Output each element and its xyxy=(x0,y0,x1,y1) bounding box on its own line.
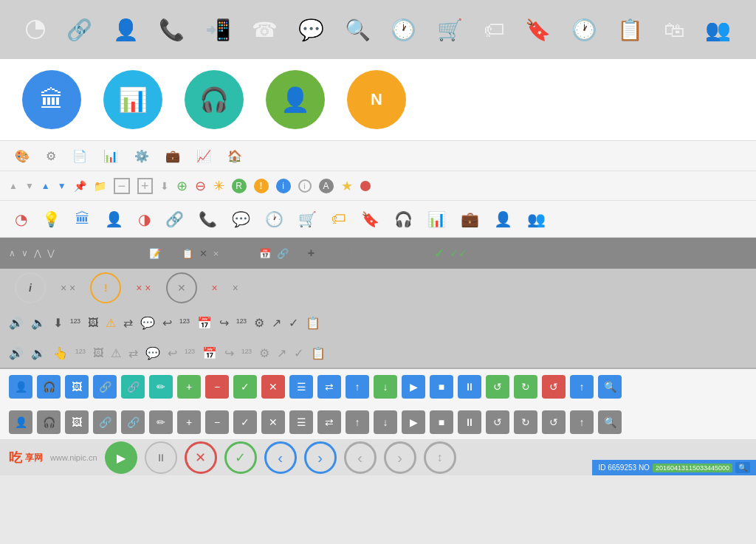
edit-btn-gray[interactable]: ✏ xyxy=(149,410,173,434)
next-btn[interactable]: › xyxy=(304,441,337,474)
tt-text-icon: IT xyxy=(369,247,378,259)
arrow-up-blue-icon: ▲ xyxy=(41,181,50,191)
updown-btn[interactable]: ↕ xyxy=(424,441,456,474)
refresh-btn-gray[interactable]: ↺ xyxy=(486,410,509,434)
user-circle-btn[interactable]: 👤 xyxy=(266,70,325,129)
chain-link-icon: 🔗 xyxy=(277,248,289,259)
rotate-btn-gray[interactable]: ↺ xyxy=(542,410,566,434)
user-colored-icon: 👤 xyxy=(105,210,123,228)
user-n-circle-btn[interactable]: N xyxy=(347,70,406,129)
refresh-btn-green[interactable]: ↺ xyxy=(486,375,509,399)
pie-chart-icon xyxy=(25,19,46,40)
phone-outgoing-icon: ☎ xyxy=(252,18,278,42)
cart-report-icon: 📋 xyxy=(617,18,643,42)
pause-btn-gray[interactable]: ⏸ xyxy=(458,410,481,434)
minus-btn-gray[interactable]: − xyxy=(205,410,229,434)
numbers5-gray-icon: ¹²³ xyxy=(241,347,252,359)
rotate-btn-red[interactable]: ↺ xyxy=(542,375,566,399)
arrow-down-blue-icon: ▼ xyxy=(58,181,66,191)
calendar-icon: 📅 xyxy=(259,248,271,259)
next-gray-btn[interactable]: › xyxy=(384,441,416,474)
history-icon: 🕐 xyxy=(571,18,597,42)
logo-text: 享网 xyxy=(25,452,43,464)
chart-circle-btn[interactable]: 📊 xyxy=(103,70,162,129)
x-circle-btn[interactable]: ✕ xyxy=(185,441,217,474)
x-red2-icon: × xyxy=(212,282,218,294)
refresh2-btn-gray[interactable]: ↻ xyxy=(514,410,537,434)
plus-btn-green[interactable]: + xyxy=(177,375,201,399)
stop-btn-blue[interactable]: ■ xyxy=(430,375,453,399)
colored-icons-row: ◔ 💡 🏛 👤 ◑ 🔗 📞 💬 🕐 🛒 🏷 🔖 🎧 📊 💼 👤 👥 xyxy=(0,201,756,238)
transfer-btn-gray[interactable]: ⇄ xyxy=(317,410,341,434)
x-btn-red[interactable]: ✕ xyxy=(261,375,285,399)
headset-btn-gray[interactable]: 🎧 xyxy=(37,410,61,434)
zoom-btn-blue[interactable]: 🔍 xyxy=(598,375,622,399)
image-gray-icon: 🖼 xyxy=(93,347,103,359)
up-btn-blue[interactable]: ↑ xyxy=(346,375,369,399)
minus-box-icon: − xyxy=(114,178,131,194)
chevron-down-icon: ∨ xyxy=(21,248,28,258)
redo-icon: ↪ xyxy=(219,316,229,330)
info-text: i xyxy=(29,282,32,294)
pause-btn-blue[interactable]: ⏸ xyxy=(458,375,481,399)
pie-chart-colored-icon: ◔ xyxy=(15,210,27,228)
clock-search-icon: 🔍 xyxy=(345,18,371,42)
id-search-icon[interactable]: 🔍 xyxy=(735,462,750,473)
copy-icon: 📋 xyxy=(306,316,320,330)
transfer-btn-blue[interactable]: ⇄ xyxy=(317,375,341,399)
user-btn-blue[interactable]: 👤 xyxy=(9,375,32,399)
x-btn-gray[interactable]: ✕ xyxy=(261,410,285,434)
info-blue-icon: i xyxy=(276,179,291,193)
play-circle-btn[interactable]: ▶ xyxy=(105,441,137,474)
play-btn-gray[interactable]: ▶ xyxy=(402,410,425,434)
list-btn-gray[interactable]: ☰ xyxy=(289,410,313,434)
link2-btn-teal[interactable]: 🔗 xyxy=(121,375,145,399)
stop-btn-gray[interactable]: ■ xyxy=(430,410,453,434)
prev-btn[interactable]: ‹ xyxy=(264,441,297,474)
check-circle-btn[interactable]: ✓ xyxy=(224,441,257,474)
headset-circle-btn[interactable]: 🎧 xyxy=(185,70,244,129)
warning-circle-outline: ! xyxy=(90,272,121,303)
zoom-btn-gray[interactable]: 🔍 xyxy=(598,410,622,434)
pencil-icon: ✏ xyxy=(121,248,129,259)
play-btn-blue[interactable]: ▶ xyxy=(402,375,425,399)
info-outline-icon: i xyxy=(298,179,312,193)
refresh2-btn-green[interactable]: ↻ xyxy=(514,375,537,399)
plus-btn-gray[interactable]: + xyxy=(177,410,201,434)
down-btn-green[interactable]: ↓ xyxy=(374,375,397,399)
up-btn-gray[interactable]: ↑ xyxy=(346,410,369,434)
prev-gray-btn[interactable]: ‹ xyxy=(344,441,377,474)
volume-icon: 🔊 xyxy=(9,316,24,330)
users-colored-icon: 👥 xyxy=(527,210,546,228)
angle-down-icon: ▼ xyxy=(75,248,84,258)
link-btn-blue[interactable]: 🔗 xyxy=(93,375,117,399)
check-btn-green[interactable]: ✓ xyxy=(233,375,257,399)
upload-btn-gray[interactable]: ↑ xyxy=(570,410,594,434)
link2-btn-gray[interactable]: 🔗 xyxy=(121,410,145,434)
double-chevron-down-icon: ⋁ xyxy=(47,248,55,258)
check-green-icon: ✓ xyxy=(434,247,444,261)
image-btn-gray[interactable]: 🖼 xyxy=(65,410,89,434)
down-btn-gray[interactable]: ↓ xyxy=(374,410,397,434)
gear2-icon: ⚙ xyxy=(254,316,264,330)
home-icon: 🏠 xyxy=(227,149,242,163)
bank-circle-btn[interactable]: 🏛 xyxy=(22,70,81,129)
check-btn-gray[interactable]: ✓ xyxy=(233,410,257,434)
remove-red-icon: ⊖ xyxy=(195,178,206,194)
numbers2-icon: ¹²³ xyxy=(179,317,190,328)
star-icon: ★ xyxy=(341,178,353,194)
a-text-icon: A xyxy=(320,247,328,259)
upload-btn-blue[interactable]: ↑ xyxy=(570,375,594,399)
doc-icon: 📋 xyxy=(182,248,193,259)
gear-icon: ⚙ xyxy=(167,248,176,259)
user-btn-gray[interactable]: 👤 xyxy=(9,410,32,434)
link-btn-gray[interactable]: 🔗 xyxy=(93,410,117,434)
list-btn-blue[interactable]: ☰ xyxy=(289,375,313,399)
headset-btn-blue[interactable]: 🎧 xyxy=(37,375,61,399)
minus-btn-red[interactable]: − xyxy=(205,375,229,399)
edit-btn-teal[interactable]: ✏ xyxy=(149,375,173,399)
bank-colored-icon: 🏛 xyxy=(75,210,90,227)
pause-circle-btn[interactable]: ⏸ xyxy=(145,441,177,474)
image-btn-blue[interactable]: 🖼 xyxy=(65,375,89,399)
plus-box-icon: + xyxy=(137,178,153,194)
